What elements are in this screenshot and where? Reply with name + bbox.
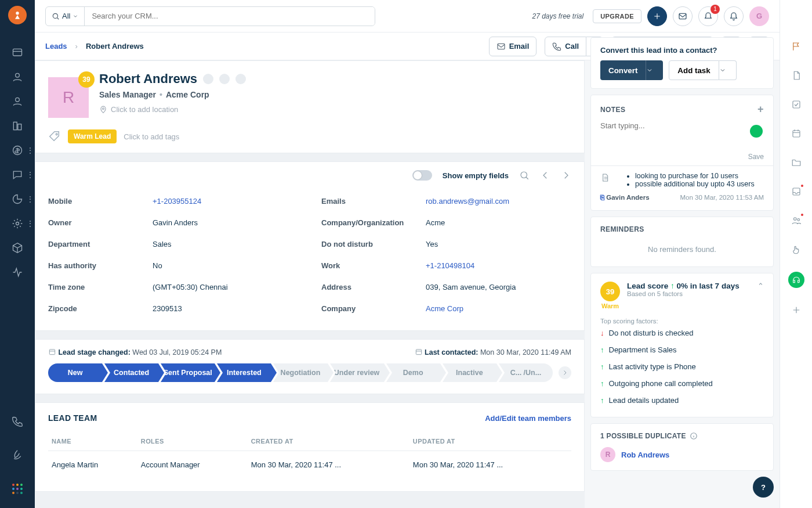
stage-chevron[interactable]: Under review <box>330 363 384 382</box>
util-headset-icon[interactable] <box>788 272 804 288</box>
add-tags[interactable]: Click to add tags <box>124 132 179 141</box>
note-input[interactable] <box>600 116 764 151</box>
factors-label: Top scoring factors: <box>600 318 764 325</box>
nav-activity[interactable] <box>0 260 35 284</box>
team-card: LEAD TEAM Add/Edit team members NAMEROLE… <box>35 402 585 492</box>
reminders-title: REMINDERS <box>600 225 764 233</box>
calendar-icon <box>415 348 423 356</box>
search-icon[interactable] <box>519 170 530 181</box>
nav-phone[interactable] <box>0 409 35 434</box>
dup-name[interactable]: Rob Andrews <box>621 451 669 459</box>
note-save[interactable]: Save <box>600 153 764 161</box>
score-factor: ↑Last activity type is Phone <box>600 358 764 375</box>
notifications-button[interactable]: 1 <box>698 6 718 26</box>
nav-deals[interactable]: ⋮ <box>0 138 35 163</box>
team-edit-link[interactable]: Add/Edit team members <box>485 414 571 423</box>
field-value[interactable]: +1-203955124 <box>153 197 201 206</box>
nav-reports[interactable]: ⋮ <box>0 187 35 211</box>
email-button[interactable]: Email <box>489 37 537 56</box>
quick-add-button[interactable] <box>647 6 667 26</box>
stage-chevron[interactable]: New <box>48 363 102 382</box>
stage-chevron[interactable]: Demo <box>386 363 440 382</box>
svg-point-3 <box>16 98 20 102</box>
stage-scroll-right[interactable] <box>559 366 571 379</box>
tag-chip[interactable]: Warm Lead <box>68 129 117 143</box>
user-avatar[interactable]: G <box>749 6 769 26</box>
brand-logo[interactable] <box>8 6 27 24</box>
stage-chevron[interactable]: Interested <box>217 363 271 382</box>
field-value: Yes <box>426 240 438 248</box>
breadcrumb-root[interactable]: Leads <box>45 42 67 51</box>
nav-eco[interactable] <box>0 443 35 467</box>
dup-item[interactable]: R Rob Andrews <box>600 447 764 462</box>
field-value: Sales <box>153 240 172 248</box>
field-row: Work+1-210498104 <box>321 257 571 275</box>
add-task-dropdown[interactable] <box>719 60 737 80</box>
field-value: Acme <box>426 218 445 227</box>
util-task-icon[interactable] <box>789 98 803 111</box>
stage-chevron[interactable]: Inactive <box>443 363 496 382</box>
nav-accounts[interactable] <box>0 114 35 138</box>
util-doc-icon[interactable] <box>789 69 803 82</box>
mail-button[interactable] <box>673 6 693 26</box>
util-flag-icon[interactable] <box>789 39 803 53</box>
stage-chevron[interactable]: Negotiation <box>273 363 327 382</box>
show-empty-toggle[interactable] <box>412 170 432 181</box>
nav-settings[interactable]: ⋮ <box>0 211 35 236</box>
field-row: Has authorityNo <box>48 257 298 275</box>
add-location[interactable]: Click to add location <box>99 105 246 114</box>
util-calendar-icon[interactable] <box>789 127 803 140</box>
nav-apps[interactable] <box>0 477 35 501</box>
field-value[interactable]: +1-210498104 <box>426 261 474 270</box>
prev-icon[interactable] <box>540 170 550 181</box>
convert-dropdown[interactable] <box>646 60 663 80</box>
field-value[interactable]: rob.andrews@gmail.com <box>426 197 509 206</box>
stage-pipeline: NewContactedSent ProposalInterestedNegot… <box>48 363 555 382</box>
social-linkedin-icon[interactable] <box>235 74 246 84</box>
nav-leads[interactable] <box>0 65 35 89</box>
field-value: 2309513 <box>153 304 182 313</box>
add-task-button[interactable]: Add task <box>669 60 719 80</box>
call-button[interactable]: Call <box>545 37 586 56</box>
table-header: CREATED AT <box>248 432 409 451</box>
stage-changed-value: Wed 03 Jul, 2019 05:24 PM <box>132 348 222 356</box>
table-row[interactable]: Angela MartinAccount ManagerMon 30 Mar, … <box>48 451 571 479</box>
nav-conversations[interactable]: ⋮ <box>0 163 35 187</box>
field-value: 039, Sam avenue, Georgia <box>426 283 516 291</box>
nav-dashboard[interactable] <box>0 41 35 65</box>
svg-rect-4 <box>13 122 17 129</box>
upgrade-button[interactable]: UPGRADE <box>593 9 641 23</box>
field-value: Gavin Anders <box>153 218 198 227</box>
util-team-icon[interactable] <box>789 214 803 228</box>
util-inbox-icon[interactable] <box>789 185 803 199</box>
collapse-icon[interactable]: ⌃ <box>757 282 764 290</box>
stage-chevron[interactable]: C... /Un... <box>499 363 553 382</box>
search-input[interactable] <box>85 7 375 26</box>
social-twitter-icon[interactable] <box>219 74 230 84</box>
nav-products[interactable] <box>0 236 35 260</box>
field-label: Time zone <box>48 283 153 291</box>
util-gesture-icon[interactable] <box>789 243 803 257</box>
info-icon[interactable] <box>690 432 698 440</box>
add-note-icon[interactable]: + <box>757 103 764 116</box>
field-label: Owner <box>48 218 153 227</box>
search-scope-dropdown[interactable]: All <box>46 7 85 26</box>
util-folder-icon[interactable] <box>789 156 803 170</box>
nav-contacts[interactable] <box>0 89 35 114</box>
stage-chevron[interactable]: Sent Proposal <box>161 363 215 382</box>
field-label: Mobile <box>48 197 153 206</box>
stage-card: Lead stage changed: Wed 03 Jul, 2019 05:… <box>35 339 585 394</box>
note-bullet: possible additional buy upto 43 users <box>635 180 755 188</box>
next-icon[interactable] <box>561 170 571 181</box>
last-contacted-label: Last contacted: <box>425 348 478 356</box>
help-fab[interactable]: ? <box>753 477 774 498</box>
util-add-icon[interactable] <box>789 303 803 317</box>
field-value[interactable]: Acme Corp <box>426 304 463 313</box>
svg-rect-14 <box>679 13 686 19</box>
stage-chevron[interactable]: Contacted <box>104 363 158 382</box>
social-facebook-icon[interactable] <box>203 74 213 84</box>
note-time: Mon 30 Mar, 2020 11:53 AM <box>680 194 764 201</box>
alerts-button[interactable] <box>724 6 744 26</box>
table-header: UPDATED AT <box>409 432 571 451</box>
convert-button[interactable]: Convert <box>600 60 646 80</box>
